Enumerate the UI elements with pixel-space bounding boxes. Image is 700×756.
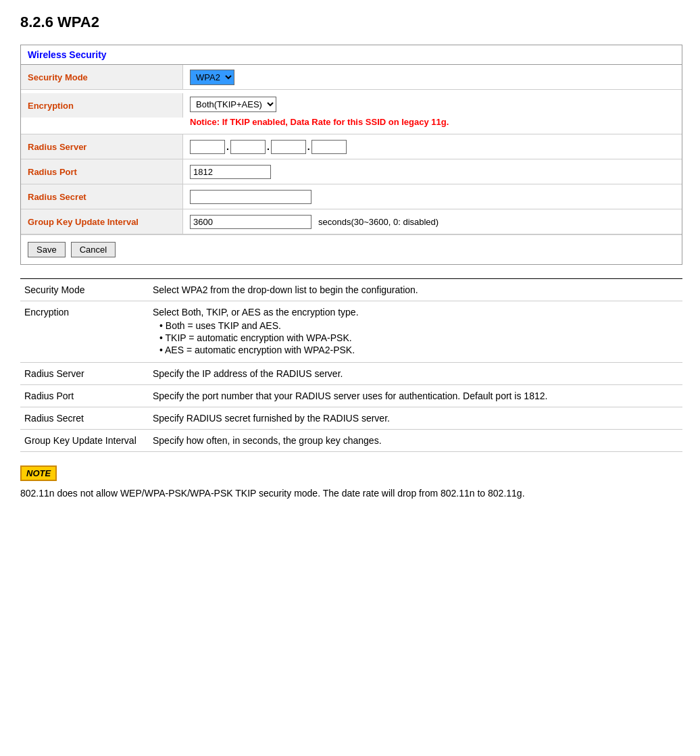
encryption-label: Encryption bbox=[21, 93, 183, 118]
desc-row-2: Radius ServerSpecify the IP address of t… bbox=[20, 363, 682, 385]
radius-port-input[interactable] bbox=[190, 165, 271, 179]
desc-row-4: Radius SecretSpecify RADIUS secret furni… bbox=[20, 407, 682, 430]
form-header: Wireless Security bbox=[21, 45, 682, 65]
desc-detail-1: Select Both, TKIP, or AES as the encrypt… bbox=[149, 301, 682, 363]
desc-term-5: Group Key Update Interval bbox=[20, 430, 149, 452]
radius-ip-group: . . . bbox=[190, 140, 347, 154]
radius-ip3[interactable] bbox=[271, 140, 306, 154]
encryption-select[interactable]: Both(TKIP+AES) TKIP AES bbox=[190, 97, 276, 112]
radius-server-value: . . . bbox=[183, 136, 682, 157]
desc-bullet: Both = uses TKIP and AES. bbox=[159, 320, 678, 331]
encryption-row: Encryption Both(TKIP+AES) TKIP AES Notic… bbox=[21, 90, 682, 134]
desc-detail-3: Specify the port number that your RADIUS… bbox=[149, 385, 682, 407]
group-key-suffix: seconds(30~3600, 0: disabled) bbox=[318, 217, 439, 227]
radius-ip2[interactable] bbox=[230, 140, 266, 154]
security-mode-label: Security Mode bbox=[21, 65, 183, 89]
group-key-row: Group Key Update Interval seconds(30~360… bbox=[21, 209, 682, 234]
group-key-label: Group Key Update Interval bbox=[21, 209, 183, 234]
desc-term-1: Encryption bbox=[20, 301, 149, 363]
desc-detail-5: Specify how often, in seconds, the group… bbox=[149, 430, 682, 452]
radius-server-row: Radius Server . . . bbox=[21, 134, 682, 159]
group-key-value: seconds(30~3600, 0: disabled) bbox=[183, 211, 682, 232]
security-mode-row: Security Mode WPA2 WPA WEP bbox=[21, 65, 682, 90]
radius-port-row: Radius Port bbox=[21, 159, 682, 184]
desc-detail-2: Specify the IP address of the RADIUS ser… bbox=[149, 363, 682, 385]
desc-bullet: AES = automatic encryption with WPA2-PSK… bbox=[159, 345, 678, 355]
ip-sep-1: . bbox=[226, 141, 229, 152]
radius-secret-label: Radius Secret bbox=[21, 184, 183, 209]
save-button[interactable]: Save bbox=[28, 242, 66, 257]
encryption-value: Both(TKIP+AES) TKIP AES Notice: If TKIP … bbox=[183, 93, 682, 130]
desc-row-1: EncryptionSelect Both, TKIP, or AES as t… bbox=[20, 301, 682, 363]
group-key-input[interactable] bbox=[190, 215, 311, 229]
desc-term-4: Radius Secret bbox=[20, 407, 149, 430]
desc-detail-0: Select WPA2 from the drop-down list to b… bbox=[149, 279, 682, 301]
note-badge: NOTE bbox=[20, 465, 57, 481]
desc-term-0: Security Mode bbox=[20, 279, 149, 301]
radius-server-label: Radius Server bbox=[21, 134, 183, 159]
radius-secret-value bbox=[183, 186, 682, 207]
security-mode-value: WPA2 WPA WEP bbox=[183, 66, 682, 89]
cancel-button[interactable]: Cancel bbox=[71, 242, 116, 257]
radius-secret-row: Radius Secret bbox=[21, 184, 682, 209]
description-table: Security ModeSelect WPA2 from the drop-d… bbox=[20, 278, 682, 452]
desc-term-2: Radius Server bbox=[20, 363, 149, 385]
radius-ip4[interactable] bbox=[311, 140, 347, 154]
desc-term-3: Radius Port bbox=[20, 385, 149, 407]
note-section: NOTE 802.11n does not allow WEP/WPA-PSK/… bbox=[20, 465, 682, 501]
page-title: 8.2.6 WPA2 bbox=[20, 14, 680, 31]
buttons-row: Save Cancel bbox=[21, 234, 682, 264]
desc-bullet: TKIP = automatic encryption with WPA-PSK… bbox=[159, 332, 678, 343]
desc-row-5: Group Key Update IntervalSpecify how oft… bbox=[20, 430, 682, 452]
security-mode-select[interactable]: WPA2 WPA WEP bbox=[190, 70, 234, 85]
radius-port-value bbox=[183, 161, 682, 182]
radius-ip1[interactable] bbox=[190, 140, 225, 154]
radius-port-label: Radius Port bbox=[21, 159, 183, 184]
ip-sep-2: . bbox=[267, 141, 270, 152]
desc-row-3: Radius PortSpecify the port number that … bbox=[20, 385, 682, 407]
desc-detail-4: Specify RADIUS secret furnished by the R… bbox=[149, 407, 682, 430]
encryption-notice: Notice: If TKIP enabled, Data Rate for t… bbox=[190, 117, 675, 127]
ip-sep-3: . bbox=[307, 141, 310, 152]
note-text: 802.11n does not allow WEP/WPA-PSK/WPA-P… bbox=[20, 486, 682, 501]
wireless-security-form: Wireless Security Security Mode WPA2 WPA… bbox=[20, 45, 682, 265]
desc-row-0: Security ModeSelect WPA2 from the drop-d… bbox=[20, 279, 682, 301]
radius-secret-input[interactable] bbox=[190, 190, 311, 204]
